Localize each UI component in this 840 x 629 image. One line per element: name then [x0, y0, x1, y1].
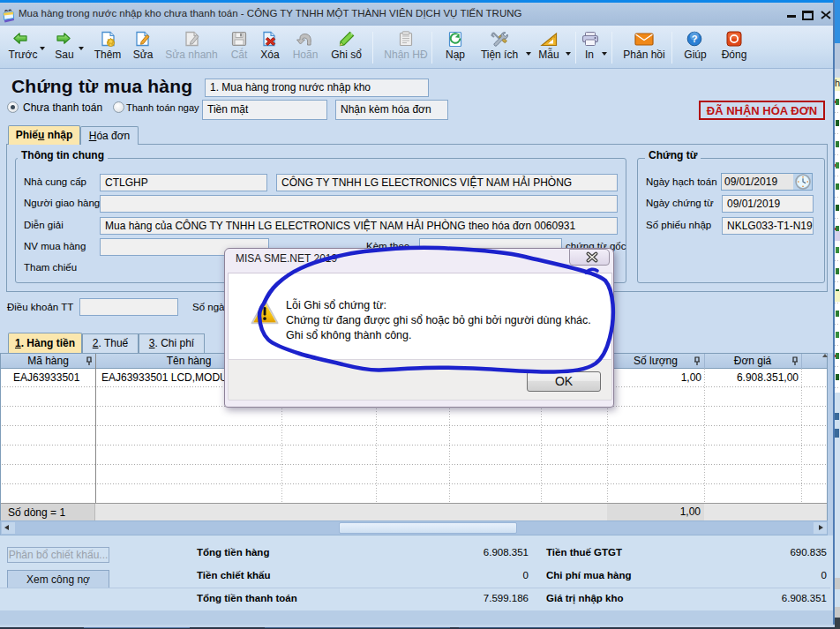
svg-text:?: ? [692, 34, 698, 44]
